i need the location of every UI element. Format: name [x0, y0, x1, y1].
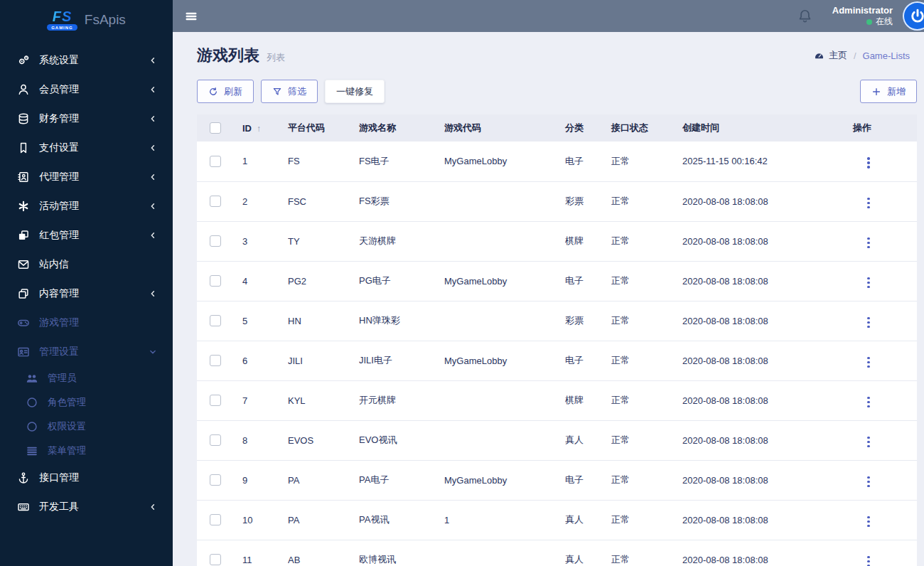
row-actions-button[interactable]: [863, 434, 874, 451]
hamburger-menu-icon[interactable]: [184, 10, 198, 23]
cell-api_status: 正常: [611, 142, 682, 181]
column-label: 平台代码: [288, 122, 325, 133]
chevron-left-icon: [149, 503, 157, 511]
row-checkbox[interactable]: [210, 395, 221, 406]
cell-category: 彩票: [565, 181, 611, 221]
row-checkbox[interactable]: [210, 156, 221, 167]
column-label: 接口状态: [611, 122, 648, 133]
cell-id: 4: [242, 261, 288, 301]
row-actions-button[interactable]: [863, 195, 874, 212]
row-checkbox[interactable]: [210, 434, 221, 446]
chevron-left-icon: [149, 114, 157, 123]
row-actions-button[interactable]: [863, 553, 874, 566]
table-header-row: ID↑平台代码游戏名称游戏代码分类接口状态创建时间操作: [197, 114, 917, 142]
select-all-checkbox[interactable]: [210, 122, 221, 134]
cell-game_code: [444, 181, 565, 221]
cell-game_name: EVO视讯: [359, 420, 444, 460]
column-label: 分类: [565, 122, 584, 133]
one-click-repair-button[interactable]: 一键修复: [325, 80, 385, 103]
table-row: 10PAPA视讯1真人正常2020-08-08 18:08:08: [197, 500, 917, 540]
row-actions-button[interactable]: [863, 235, 874, 252]
sidebar-item-role-management[interactable]: 角色管理: [0, 390, 173, 415]
column-header-created_at: 创建时间: [682, 114, 853, 142]
column-header-id[interactable]: ID↑: [242, 114, 288, 142]
row-checkbox[interactable]: [210, 474, 221, 486]
cell-api_status: 正常: [611, 460, 682, 500]
cell-game_code: [444, 301, 565, 341]
refresh-button[interactable]: 刷新: [197, 80, 254, 103]
sort-arrow-icon[interactable]: ↑: [257, 124, 261, 134]
cell-actions: [853, 181, 917, 221]
row-checkbox[interactable]: [210, 554, 221, 565]
user-icon: [17, 83, 30, 96]
cell-created_at: 2025-11-15 00:16:42: [682, 142, 853, 181]
cell-category: 真人: [565, 540, 611, 566]
sidebar-item-admin-settings[interactable]: 管理设置: [0, 337, 173, 366]
cell-platform_code: PA: [288, 460, 359, 500]
row-checkbox[interactable]: [210, 196, 221, 207]
cell-game_name: HN弹珠彩: [359, 301, 444, 341]
clone-icon: [17, 229, 30, 242]
sidebar-item-permission-settings[interactable]: 权限设置: [0, 415, 173, 439]
table-row: 11AB欧博视讯真人正常2020-08-08 18:08:08: [197, 540, 917, 566]
cell-platform_code: FS: [288, 142, 359, 181]
row-checkbox[interactable]: [210, 514, 221, 525]
breadcrumb: 主页 / Game-Lists: [814, 49, 917, 62]
cell-game_code: [444, 380, 565, 420]
filter-button[interactable]: 筛选: [261, 80, 318, 103]
cell-checkbox: [197, 261, 242, 301]
sidebar-item-finance-management[interactable]: 财务管理: [0, 104, 173, 133]
cell-platform_code: PA: [288, 500, 359, 540]
sidebar-item-administrators[interactable]: 管理员: [0, 366, 173, 390]
row-actions-button[interactable]: [863, 354, 874, 371]
sidebar-item-dev-tools[interactable]: 开发工具: [0, 492, 173, 521]
sidebar-item-payment-settings[interactable]: 支付设置: [0, 133, 173, 162]
row-actions-button[interactable]: [863, 314, 874, 331]
logo-mark: FS GAMING: [47, 9, 77, 31]
row-actions-button[interactable]: [863, 474, 874, 491]
sidebar-item-activity-management[interactable]: 活动管理: [0, 191, 173, 220]
sidebar-item-label: 代理管理: [39, 171, 79, 183]
sidebar-item-label: 站内信: [39, 258, 69, 271]
cell-created_at: 2020-08-08 18:08:08: [682, 221, 853, 261]
table-row: 1FSFS电子MyGameLobby电子正常2025-11-15 00:16:4…: [197, 142, 917, 181]
row-checkbox[interactable]: [210, 355, 221, 366]
cell-api_status: 正常: [611, 181, 682, 221]
row-actions-button[interactable]: [863, 274, 874, 292]
row-checkbox[interactable]: [210, 235, 221, 247]
sidebar-item-api-management[interactable]: 接口管理: [0, 463, 173, 492]
row-actions-button[interactable]: [863, 513, 874, 530]
breadcrumb-home-link[interactable]: 主页: [829, 49, 847, 62]
sidebar-item-game-management[interactable]: 游戏管理: [0, 308, 173, 337]
cell-category: 棋牌: [565, 380, 611, 420]
add-button[interactable]: 新增: [860, 80, 917, 103]
cell-actions: [853, 380, 917, 420]
row-checkbox[interactable]: [210, 315, 221, 326]
circle-icon: [26, 396, 38, 409]
sidebar-item-menu-management[interactable]: 菜单管理: [0, 439, 173, 463]
asterisk-icon: [17, 200, 30, 213]
row-actions-button[interactable]: [863, 154, 874, 171]
column-header-category: 分类: [565, 114, 611, 142]
table-row: 8EVOSEVO视讯真人正常2020-08-08 18:08:08: [197, 420, 917, 460]
id-card-icon: [17, 171, 30, 183]
cell-id: 1: [242, 142, 288, 181]
bell-icon[interactable]: [797, 9, 812, 23]
sidebar-item-site-mail[interactable]: 站内信: [0, 250, 173, 279]
sidebar-item-redpacket-management[interactable]: 红包管理: [0, 220, 173, 250]
cell-platform_code: AB: [288, 540, 359, 566]
row-checkbox[interactable]: [210, 275, 221, 287]
cell-created_at: 2020-08-08 18:08:08: [682, 261, 853, 301]
user-block[interactable]: Administrator 在线: [832, 5, 893, 27]
sidebar-item-member-management[interactable]: 会员管理: [0, 75, 173, 104]
cell-id: 5: [242, 301, 288, 341]
cell-api_status: 正常: [611, 221, 682, 261]
chevron-left-icon: [149, 202, 157, 210]
sidebar-item-agent-management[interactable]: 代理管理: [0, 162, 173, 191]
app-logo[interactable]: FS GAMING FsApis: [0, 0, 173, 40]
row-actions-button[interactable]: [863, 394, 874, 411]
cell-category: 真人: [565, 500, 611, 540]
logout-power-button[interactable]: [903, 1, 924, 31]
sidebar-item-content-management[interactable]: 内容管理: [0, 279, 173, 308]
sidebar-item-system-settings[interactable]: 系统设置: [0, 46, 173, 75]
